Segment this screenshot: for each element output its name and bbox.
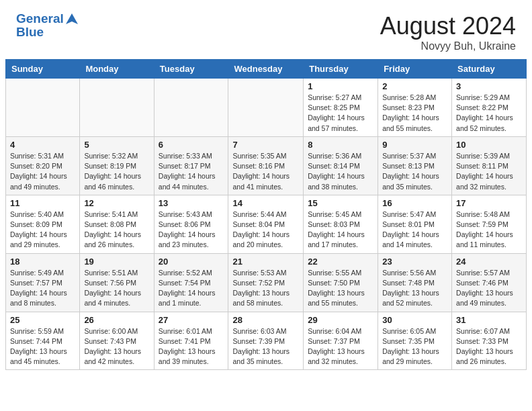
calendar-cell: 25Sunrise: 5:59 AMSunset: 7:44 PMDayligh… (6, 312, 80, 370)
calendar-cell (228, 79, 304, 137)
day-number: 7 (232, 140, 299, 150)
day-number: 12 (84, 198, 149, 208)
calendar-cell: 10Sunrise: 5:39 AMSunset: 8:11 PMDayligh… (452, 136, 527, 195)
col-saturday: Saturday (452, 60, 527, 79)
calendar-cell: 16Sunrise: 5:47 AMSunset: 8:01 PMDayligh… (378, 195, 452, 253)
calendar-cell: 6Sunrise: 5:33 AMSunset: 8:17 PMDaylight… (154, 136, 228, 195)
calendar-cell: 14Sunrise: 5:44 AMSunset: 8:04 PMDayligh… (228, 195, 304, 253)
week-row-1: 4Sunrise: 5:31 AMSunset: 8:20 PMDaylight… (6, 136, 527, 195)
day-number: 18 (10, 257, 75, 267)
day-info: Sunrise: 5:33 AMSunset: 8:17 PMDaylight:… (159, 151, 224, 192)
calendar-cell: 29Sunrise: 6:04 AMSunset: 7:37 PMDayligh… (304, 312, 378, 370)
day-info: Sunrise: 5:55 AMSunset: 7:50 PMDaylight:… (308, 268, 373, 309)
day-number: 9 (382, 140, 447, 150)
day-info: Sunrise: 5:27 AMSunset: 8:25 PMDaylight:… (308, 93, 373, 134)
day-info: Sunrise: 6:01 AMSunset: 7:41 PMDaylight:… (159, 326, 224, 367)
calendar-cell: 15Sunrise: 5:45 AMSunset: 8:03 PMDayligh… (304, 195, 378, 253)
calendar-cell: 2Sunrise: 5:28 AMSunset: 8:23 PMDaylight… (378, 79, 452, 137)
calendar-cell: 11Sunrise: 5:40 AMSunset: 8:09 PMDayligh… (6, 195, 80, 253)
day-number: 8 (308, 140, 373, 150)
day-number: 14 (232, 198, 299, 208)
day-info: Sunrise: 5:32 AMSunset: 8:19 PMDaylight:… (84, 151, 149, 192)
day-info: Sunrise: 5:41 AMSunset: 8:08 PMDaylight:… (84, 210, 149, 250)
day-info: Sunrise: 5:51 AMSunset: 7:56 PMDaylight:… (84, 268, 149, 309)
page-header: General Blue August 2024 Novyy Buh, Ukra… (0, 0, 532, 59)
calendar-cell: 27Sunrise: 6:01 AMSunset: 7:41 PMDayligh… (154, 312, 228, 370)
day-info: Sunrise: 5:52 AMSunset: 7:54 PMDaylight:… (159, 268, 224, 309)
day-info: Sunrise: 6:00 AMSunset: 7:43 PMDaylight:… (84, 326, 149, 367)
day-info: Sunrise: 5:36 AMSunset: 8:14 PMDaylight:… (308, 151, 373, 192)
day-info: Sunrise: 5:56 AMSunset: 7:48 PMDaylight:… (382, 268, 447, 309)
calendar-cell: 4Sunrise: 5:31 AMSunset: 8:20 PMDaylight… (6, 136, 80, 195)
col-sunday: Sunday (6, 60, 80, 79)
day-info: Sunrise: 5:29 AMSunset: 8:22 PMDaylight:… (456, 93, 522, 134)
day-info: Sunrise: 5:28 AMSunset: 8:23 PMDaylight:… (382, 93, 447, 134)
day-number: 4 (10, 140, 75, 150)
day-number: 20 (159, 257, 224, 267)
day-info: Sunrise: 5:47 AMSunset: 8:01 PMDaylight:… (382, 210, 447, 250)
day-number: 26 (84, 315, 149, 325)
calendar-cell: 9Sunrise: 5:37 AMSunset: 8:13 PMDaylight… (378, 136, 452, 195)
calendar-cell: 3Sunrise: 5:29 AMSunset: 8:22 PMDaylight… (452, 79, 527, 137)
calendar-cell: 18Sunrise: 5:49 AMSunset: 7:57 PMDayligh… (6, 253, 80, 312)
day-info: Sunrise: 5:40 AMSunset: 8:09 PMDaylight:… (10, 210, 75, 250)
day-info: Sunrise: 5:53 AMSunset: 7:52 PMDaylight:… (232, 268, 299, 309)
day-number: 29 (308, 315, 373, 325)
day-number: 2 (382, 81, 447, 91)
day-info: Sunrise: 5:31 AMSunset: 8:20 PMDaylight:… (10, 151, 75, 192)
title-block: August 2024 Novyy Buh, Ukraine (380, 12, 516, 52)
calendar-cell: 13Sunrise: 5:43 AMSunset: 8:06 PMDayligh… (154, 195, 228, 253)
calendar-cell: 7Sunrise: 5:35 AMSunset: 8:16 PMDaylight… (228, 136, 304, 195)
calendar-cell: 26Sunrise: 6:00 AMSunset: 7:43 PMDayligh… (80, 312, 154, 370)
day-info: Sunrise: 5:48 AMSunset: 7:59 PMDaylight:… (456, 210, 522, 250)
day-number: 31 (456, 315, 522, 325)
main-title: August 2024 (380, 12, 516, 40)
calendar-cell: 24Sunrise: 5:57 AMSunset: 7:46 PMDayligh… (452, 253, 527, 312)
col-tuesday: Tuesday (154, 60, 228, 79)
calendar-wrapper: Sunday Monday Tuesday Wednesday Thursday… (0, 59, 532, 375)
week-row-0: 1Sunrise: 5:27 AMSunset: 8:25 PMDaylight… (6, 79, 527, 137)
calendar-header: Sunday Monday Tuesday Wednesday Thursday… (6, 60, 527, 79)
day-number: 11 (10, 198, 75, 208)
week-row-4: 25Sunrise: 5:59 AMSunset: 7:44 PMDayligh… (6, 312, 527, 370)
day-info: Sunrise: 5:37 AMSunset: 8:13 PMDaylight:… (382, 151, 447, 192)
day-number: 30 (382, 315, 447, 325)
logo: General Blue (16, 12, 80, 40)
calendar-cell: 30Sunrise: 6:05 AMSunset: 7:35 PMDayligh… (378, 312, 452, 370)
calendar-cell: 19Sunrise: 5:51 AMSunset: 7:56 PMDayligh… (80, 253, 154, 312)
day-number: 22 (308, 257, 373, 267)
day-info: Sunrise: 5:45 AMSunset: 8:03 PMDaylight:… (308, 210, 373, 250)
day-number: 13 (159, 198, 224, 208)
day-number: 19 (84, 257, 149, 267)
day-number: 5 (84, 140, 149, 150)
day-info: Sunrise: 5:39 AMSunset: 8:11 PMDaylight:… (456, 151, 522, 192)
week-row-2: 11Sunrise: 5:40 AMSunset: 8:09 PMDayligh… (6, 195, 527, 253)
calendar-table: Sunday Monday Tuesday Wednesday Thursday… (5, 59, 527, 370)
calendar-cell: 20Sunrise: 5:52 AMSunset: 7:54 PMDayligh… (154, 253, 228, 312)
week-row-3: 18Sunrise: 5:49 AMSunset: 7:57 PMDayligh… (6, 253, 527, 312)
day-info: Sunrise: 6:04 AMSunset: 7:37 PMDaylight:… (308, 326, 373, 367)
day-info: Sunrise: 6:07 AMSunset: 7:33 PMDaylight:… (456, 326, 522, 367)
day-number: 28 (232, 315, 299, 325)
header-row: Sunday Monday Tuesday Wednesday Thursday… (6, 60, 527, 79)
calendar-cell: 5Sunrise: 5:32 AMSunset: 8:19 PMDaylight… (80, 136, 154, 195)
logo-bird-icon (64, 12, 79, 27)
day-number: 23 (382, 257, 447, 267)
day-number: 21 (232, 257, 299, 267)
calendar-body: 1Sunrise: 5:27 AMSunset: 8:25 PMDaylight… (6, 79, 527, 370)
day-number: 25 (10, 315, 75, 325)
day-number: 6 (159, 140, 224, 150)
calendar-cell: 8Sunrise: 5:36 AMSunset: 8:14 PMDaylight… (304, 136, 378, 195)
day-number: 1 (308, 81, 373, 91)
svg-marker-0 (66, 13, 78, 24)
col-thursday: Thursday (304, 60, 378, 79)
calendar-cell (80, 79, 154, 137)
col-friday: Friday (378, 60, 452, 79)
calendar-cell: 12Sunrise: 5:41 AMSunset: 8:08 PMDayligh… (80, 195, 154, 253)
day-number: 27 (159, 315, 224, 325)
calendar-cell: 22Sunrise: 5:55 AMSunset: 7:50 PMDayligh… (304, 253, 378, 312)
day-number: 10 (456, 140, 522, 150)
day-info: Sunrise: 5:43 AMSunset: 8:06 PMDaylight:… (159, 210, 224, 250)
calendar-cell: 21Sunrise: 5:53 AMSunset: 7:52 PMDayligh… (228, 253, 304, 312)
day-info: Sunrise: 6:05 AMSunset: 7:35 PMDaylight:… (382, 326, 447, 367)
